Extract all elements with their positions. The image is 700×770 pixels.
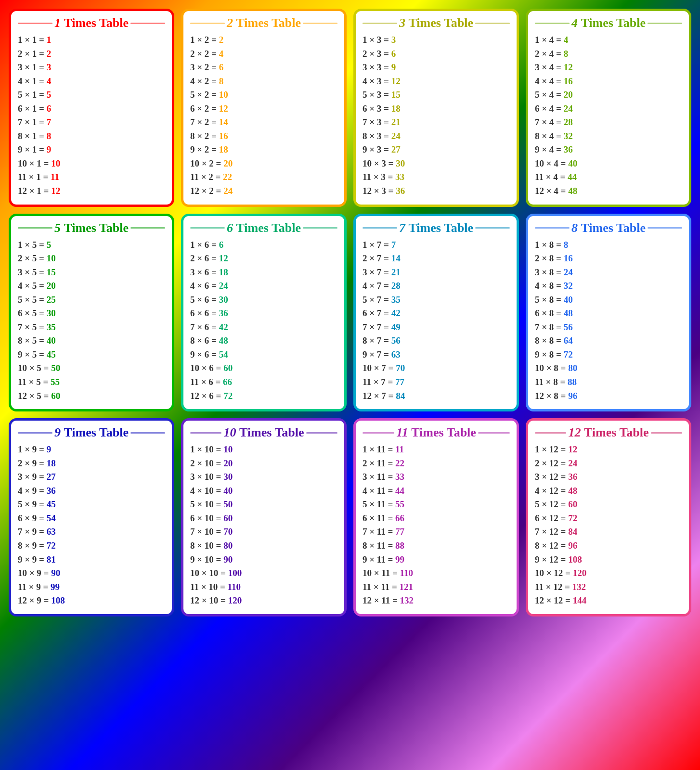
table-row: 5 × 10 = 50 (190, 498, 337, 511)
title-dash-left (535, 23, 570, 24)
result-value: 42 (391, 308, 401, 318)
result-value: 90 (223, 554, 233, 565)
result-value: 8 (564, 240, 569, 250)
result-value: 6 (47, 103, 52, 114)
table-row: 11 × 10 = 110 (190, 580, 337, 594)
title-dash-left (535, 227, 570, 229)
table-row: 3 × 5 = 15 (18, 266, 165, 279)
table-row: 9 × 11 = 99 (363, 553, 510, 566)
result-value: 24 (568, 458, 577, 468)
times-table-card-3: 3 Times Table1 × 3 = 32 × 3 = 63 × 3 = 9… (353, 9, 519, 207)
table-row: 5 × 2 = 10 (190, 88, 337, 102)
result-value: 15 (391, 90, 401, 100)
table-row: 9 × 3 = 27 (363, 143, 510, 156)
result-value: 36 (396, 186, 405, 196)
result-value: 48 (568, 486, 577, 496)
title-dash-left (363, 23, 397, 24)
table-row: 11 × 8 = 88 (535, 375, 682, 389)
result-value: 8 (47, 131, 52, 141)
times-table-grid: 1 Times Table1 × 1 = 12 × 1 = 23 × 1 = 3… (9, 9, 691, 616)
result-value: 3 (47, 62, 52, 72)
table-title-text-11: 11 Times Table (396, 425, 476, 440)
result-value: 44 (568, 172, 577, 182)
title-dash-right (130, 227, 165, 229)
title-dash-right (648, 227, 682, 229)
table-row: 8 × 9 = 72 (18, 539, 165, 552)
table-row: 9 × 12 = 108 (535, 553, 682, 566)
table-row: 1 × 9 = 9 (18, 443, 165, 456)
table-title-text-7: 7 Times Table (399, 221, 473, 235)
result-value: 90 (51, 568, 60, 578)
table-row: 3 × 3 = 9 (363, 61, 510, 74)
table-row: 11 × 12 = 132 (535, 580, 682, 594)
table-row: 1 × 7 = 7 (363, 238, 510, 252)
table-row: 7 × 8 = 56 (535, 321, 682, 334)
table-row: 5 × 9 = 45 (18, 498, 165, 511)
result-value: 132 (400, 595, 414, 605)
table-row: 11 × 3 = 33 (363, 170, 510, 184)
table-row: 7 × 4 = 28 (535, 116, 682, 129)
table-row: 9 × 10 = 90 (190, 553, 337, 566)
table-row: 10 × 12 = 120 (535, 566, 682, 580)
result-value: 16 (564, 253, 573, 263)
table-title-text-1: 1 Times Table (54, 16, 129, 30)
table-row: 9 × 7 = 63 (363, 348, 510, 361)
result-value: 70 (396, 363, 405, 373)
result-value: 96 (568, 391, 577, 401)
title-dash-left (190, 23, 225, 24)
table-title-text-5: 5 Times Table (54, 221, 129, 235)
table-row: 5 × 5 = 25 (18, 293, 165, 307)
table-row: 12 × 8 = 96 (535, 389, 682, 403)
times-table-card-8: 8 Times Table1 × 8 = 82 × 8 = 163 × 8 = … (526, 214, 691, 412)
table-row: 6 × 10 = 60 (190, 512, 337, 525)
table-title-text-12: 12 Times Table (568, 425, 648, 440)
table-row: 6 × 3 = 18 (363, 102, 510, 116)
card-title-1: 1 Times Table (18, 16, 165, 30)
result-value: 4 (47, 76, 52, 86)
result-value: 36 (568, 472, 577, 482)
title-dash-left (190, 227, 225, 229)
table-row: 6 × 8 = 48 (535, 307, 682, 320)
table-row: 5 × 3 = 15 (363, 88, 510, 102)
result-value: 56 (391, 335, 401, 346)
table-row: 9 × 9 = 81 (18, 553, 165, 566)
result-value: 40 (564, 295, 573, 305)
times-table-card-5: 5 Times Table1 × 5 = 52 × 5 = 103 × 5 = … (9, 214, 174, 412)
table-row: 4 × 11 = 44 (363, 484, 510, 498)
title-dash-right (130, 23, 165, 24)
table-row: 1 × 6 = 6 (190, 238, 337, 252)
table-row: 3 × 8 = 24 (535, 266, 682, 279)
result-value: 72 (564, 349, 573, 359)
result-value: 84 (568, 526, 577, 537)
card-rows-5: 1 × 5 = 52 × 5 = 103 × 5 = 154 × 5 = 205… (18, 238, 165, 403)
table-row: 11 × 2 = 22 (190, 170, 337, 184)
table-row: 8 × 6 = 48 (190, 334, 337, 347)
result-value: 99 (51, 582, 60, 592)
table-row: 4 × 10 = 40 (190, 484, 337, 498)
table-row: 8 × 8 = 64 (535, 334, 682, 347)
result-value: 10 (47, 253, 56, 263)
table-row: 12 × 5 = 60 (18, 389, 165, 403)
table-row: 9 × 2 = 18 (190, 143, 337, 156)
card-title-2: 2 Times Table (190, 16, 337, 30)
result-value: 49 (391, 322, 401, 332)
table-row: 12 × 9 = 108 (18, 594, 165, 607)
card-rows-7: 1 × 7 = 72 × 7 = 143 × 7 = 214 × 7 = 285… (363, 238, 510, 403)
result-value: 27 (391, 144, 401, 154)
result-value: 121 (400, 582, 414, 592)
result-value: 25 (47, 295, 56, 305)
table-row: 1 × 8 = 8 (535, 238, 682, 252)
table-row: 4 × 5 = 20 (18, 279, 165, 293)
table-row: 4 × 1 = 4 (18, 75, 165, 88)
table-row: 3 × 11 = 33 (363, 470, 510, 484)
table-row: 1 × 10 = 10 (190, 443, 337, 456)
table-row: 4 × 6 = 24 (190, 279, 337, 293)
table-row: 5 × 12 = 60 (535, 498, 682, 511)
result-value: 32 (564, 281, 573, 291)
table-row: 10 × 3 = 30 (363, 157, 510, 170)
result-value: 5 (47, 90, 52, 100)
table-row: 8 × 12 = 96 (535, 539, 682, 552)
table-row: 1 × 4 = 4 (535, 33, 682, 47)
card-rows-2: 1 × 2 = 22 × 2 = 43 × 2 = 64 × 2 = 85 × … (190, 33, 337, 198)
table-row: 12 × 12 = 144 (535, 594, 682, 607)
